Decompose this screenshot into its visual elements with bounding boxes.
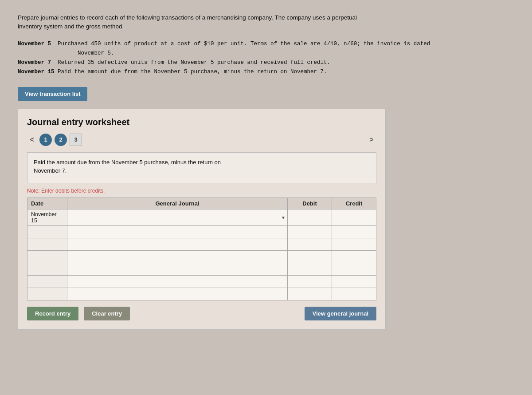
credit-input-5[interactable] [332, 263, 376, 275]
transactions-section: November 5 Purchased 450 units of produc… [18, 40, 514, 77]
journal-entry-cell-6[interactable] [67, 275, 288, 288]
credit-cell-5[interactable] [332, 263, 376, 275]
table-row [27, 275, 376, 288]
credit-input-3[interactable] [332, 238, 376, 250]
clear-entry-button[interactable]: Clear entry [84, 307, 130, 320]
date-cell-2 [27, 225, 67, 238]
date-cell-7 [27, 288, 67, 300]
table-row: November15 Accounts Payable Cash Merchan… [27, 209, 376, 225]
date-cell-6 [27, 275, 67, 288]
journal-entry-cell-4[interactable] [67, 250, 288, 263]
debit-input-1[interactable] [288, 209, 332, 225]
debit-cell-1[interactable] [288, 209, 332, 225]
journal-entry-cell-5[interactable] [67, 263, 288, 275]
debit-cell-4[interactable] [288, 250, 332, 263]
credit-input-2[interactable] [332, 226, 376, 238]
description-text: Paid the amount due from the November 5 … [34, 159, 221, 174]
intro-line1: Prepare journal entries to record each o… [18, 14, 357, 21]
journal-table: Date General Journal Debit Credit Novemb… [27, 198, 376, 300]
tab-1[interactable]: 1 [39, 134, 52, 146]
credit-cell-3[interactable] [332, 238, 376, 250]
journal-entry-input-2[interactable] [67, 226, 287, 238]
debit-input-2[interactable] [288, 226, 332, 238]
table-row [27, 263, 376, 275]
header-credit: Credit [332, 198, 376, 209]
credit-cell-7[interactable] [332, 288, 376, 300]
worksheet-title: Journal entry worksheet [27, 117, 376, 127]
debit-cell-3[interactable] [288, 238, 332, 250]
transaction-3-label: November 15 [18, 69, 55, 75]
view-transaction-list-button[interactable]: View transaction list [18, 87, 87, 101]
journal-entry-input-4[interactable] [67, 251, 287, 263]
journal-entry-cell-3[interactable] [67, 238, 288, 250]
date-cell-5 [27, 263, 67, 275]
debit-input-3[interactable] [288, 238, 332, 250]
transaction-3: November 15 Paid the amount due from the… [18, 67, 514, 77]
journal-entry-cell-1[interactable]: Accounts Payable Cash Merchandise Invent… [67, 209, 288, 225]
journal-entry-cell-2[interactable] [67, 225, 288, 238]
journal-entry-cell-7[interactable] [67, 288, 288, 300]
credit-input-1[interactable] [332, 209, 376, 225]
tab-2[interactable]: 2 [55, 134, 67, 146]
debit-input-4[interactable] [288, 251, 332, 263]
journal-entry-select-1[interactable]: Accounts Payable Cash Merchandise Invent… [67, 211, 287, 224]
journal-entry-input-5[interactable] [67, 263, 287, 275]
journal-entry-input-7[interactable] [67, 288, 287, 300]
nav-left-arrow[interactable]: < [27, 135, 37, 145]
credit-cell-4[interactable] [332, 250, 376, 263]
button-row: Record entry Clear entry View general jo… [27, 307, 376, 320]
table-row [27, 250, 376, 263]
header-general-journal: General Journal [67, 198, 288, 209]
table-row [27, 225, 376, 238]
debit-input-6[interactable] [288, 276, 332, 288]
header-debit: Debit [288, 198, 332, 209]
debit-cell-2[interactable] [288, 225, 332, 238]
transaction-2: November 7 Returned 35 defective units f… [18, 58, 514, 67]
date-cell-3 [27, 238, 67, 250]
nav-right-arrow[interactable]: > [367, 135, 376, 145]
credit-input-4[interactable] [332, 251, 376, 263]
debit-cell-7[interactable] [288, 288, 332, 300]
intro-paragraph: Prepare journal entries to record each o… [18, 13, 514, 32]
date-cell-4 [27, 250, 67, 263]
debit-input-7[interactable] [288, 288, 332, 300]
description-box: Paid the amount due from the November 5 … [27, 152, 376, 183]
debit-input-5[interactable] [288, 263, 332, 275]
credit-cell-2[interactable] [332, 225, 376, 238]
credit-cell-6[interactable] [332, 275, 376, 288]
debit-cell-5[interactable] [288, 263, 332, 275]
credit-cell-1[interactable] [332, 209, 376, 225]
note-text: Note: Enter debits before credits. [27, 188, 376, 194]
transaction-1: November 5 Purchased 450 units of produc… [18, 40, 514, 59]
intro-line2: inventory system and the gross method. [18, 23, 124, 30]
date-cell-1: November15 [27, 209, 67, 225]
credit-input-6[interactable] [332, 276, 376, 288]
transaction-1-label: November 5 [18, 41, 51, 47]
worksheet-card: Journal entry worksheet < 1 2 3 > Paid t… [18, 109, 386, 330]
debit-cell-6[interactable] [288, 275, 332, 288]
journal-entry-input-3[interactable] [67, 238, 287, 250]
credit-input-7[interactable] [332, 288, 376, 300]
journal-entry-input-6[interactable] [67, 276, 287, 288]
tab-navigation: < 1 2 3 > [27, 134, 376, 146]
table-row [27, 288, 376, 300]
view-general-journal-button[interactable]: View general journal [305, 307, 376, 320]
table-row [27, 238, 376, 250]
record-entry-button[interactable]: Record entry [27, 307, 78, 320]
header-date: Date [27, 198, 67, 209]
transaction-2-label: November 7 [18, 59, 51, 66]
tab-3[interactable]: 3 [70, 134, 82, 146]
